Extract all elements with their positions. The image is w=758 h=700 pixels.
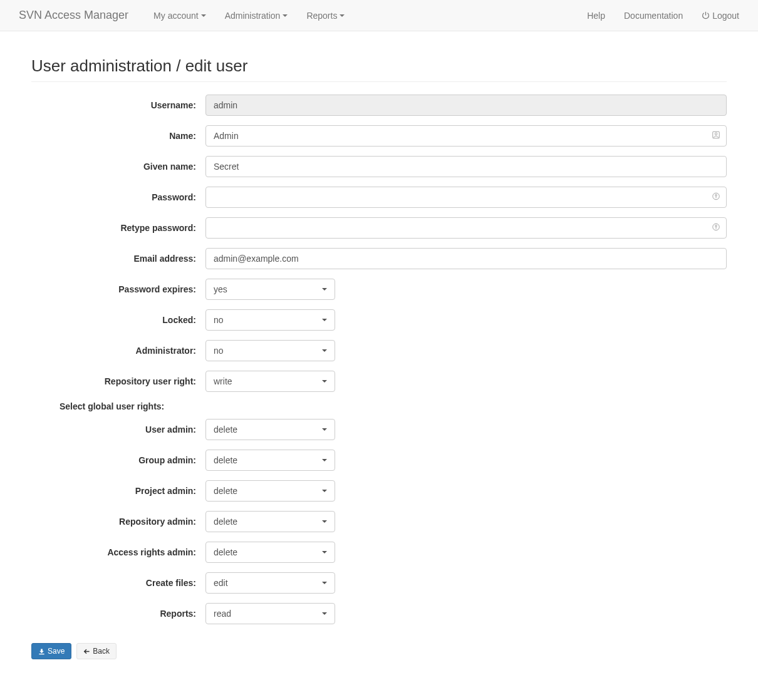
select-project-admin[interactable]: delete [205,480,335,502]
input-email[interactable] [205,248,727,269]
select-project-admin-value: delete [214,486,237,496]
section-global-rights-label: Select global user rights: [31,401,727,411]
navbar: SVN Access Manager My account Administra… [0,0,758,31]
select-group-admin[interactable]: delete [205,450,335,471]
select-locked-value: no [214,315,224,325]
nav-logout-label: Logout [712,11,739,21]
caret-icon [322,551,327,553]
caret-icon [340,14,345,17]
back-button[interactable]: Back [76,643,117,659]
label-reports-right: Reports: [31,609,205,619]
caret-icon [201,14,206,17]
key-icon [712,223,720,234]
label-locked: Locked: [31,315,205,325]
caret-icon [322,612,327,615]
input-retype-password[interactable] [205,217,727,239]
save-icon [38,648,45,655]
input-password[interactable] [205,187,727,208]
svg-point-5 [715,225,717,227]
label-project-admin: Project admin: [31,486,205,496]
select-repo-user-right-value: write [214,376,232,386]
caret-icon [322,380,327,383]
select-create-files-value: edit [214,578,228,588]
label-password-expires: Password expires: [31,284,205,294]
nav-logout[interactable]: Logout [692,1,749,30]
select-access-rights-admin[interactable]: delete [205,542,335,563]
nav-administration[interactable]: Administration [215,1,298,30]
caret-icon [322,520,327,523]
select-password-expires[interactable]: yes [205,279,335,300]
svg-rect-6 [39,653,44,654]
input-name[interactable] [205,125,727,147]
svg-point-3 [715,194,717,196]
caret-icon [322,349,327,352]
label-retype-password: Retype password: [31,223,205,233]
label-name: Name: [31,131,205,141]
select-locked[interactable]: no [205,309,335,331]
select-repo-user-right[interactable]: write [205,371,335,392]
navbar-brand[interactable]: SVN Access Manager [9,9,138,22]
select-access-rights-admin-value: delete [214,547,237,557]
nav-my-account-label: My account [153,11,199,21]
select-reports-value: read [214,609,231,619]
caret-icon [283,14,288,17]
caret-icon [322,582,327,584]
power-icon [702,11,710,19]
select-repository-admin-value: delete [214,517,237,527]
nav-documentation[interactable]: Documentation [615,1,692,30]
contact-icon [712,131,720,142]
label-create-files: Create files: [31,578,205,588]
label-repository-admin: Repository admin: [31,517,205,527]
select-password-expires-value: yes [214,284,227,294]
select-reports[interactable]: read [205,603,335,624]
nav-reports-label: Reports [306,11,337,21]
input-username [205,95,727,116]
select-user-admin-value: delete [214,425,237,435]
nav-help[interactable]: Help [578,1,615,30]
label-given-name: Given name: [31,162,205,172]
select-create-files[interactable]: edit [205,572,335,594]
arrow-left-icon [83,648,90,655]
save-button[interactable]: Save [31,643,71,659]
caret-icon [322,490,327,492]
label-user-admin: User admin: [31,425,205,435]
caret-icon [322,428,327,431]
back-button-label: Back [93,647,110,656]
save-button-label: Save [48,647,65,656]
label-administrator: Administrator: [31,346,205,356]
select-repository-admin[interactable]: delete [205,511,335,532]
page-title: User administration / edit user [31,56,727,76]
nav-reports[interactable]: Reports [297,1,354,30]
key-icon [712,192,720,203]
label-username: Username: [31,100,205,110]
nav-my-account[interactable]: My account [144,1,215,30]
label-group-admin: Group admin: [31,455,205,465]
nav-administration-label: Administration [225,11,281,21]
caret-icon [322,288,327,291]
label-password: Password: [31,192,205,202]
input-given-name[interactable] [205,156,727,177]
label-access-rights-admin: Access rights admin: [31,547,205,557]
label-repo-user-right: Repository user right: [31,376,205,386]
select-administrator[interactable]: no [205,340,335,361]
label-email: Email address: [31,254,205,264]
caret-icon [322,459,327,461]
caret-icon [322,319,327,321]
select-user-admin[interactable]: delete [205,419,335,440]
page-header: User administration / edit user [31,31,727,82]
select-administrator-value: no [214,346,224,356]
select-group-admin-value: delete [214,455,237,465]
svg-point-1 [715,133,717,135]
